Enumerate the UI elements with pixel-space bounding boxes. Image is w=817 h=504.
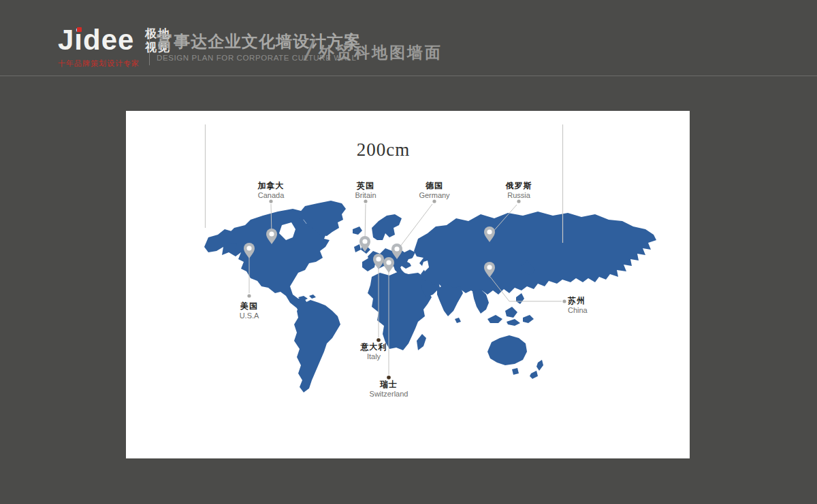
label-suzhou: 苏州 China xyxy=(568,297,588,315)
pin-russia xyxy=(484,226,495,242)
pin-canada xyxy=(266,229,277,244)
label-italy-cn: 意大利 xyxy=(361,343,387,352)
design-canvas: 200cm xyxy=(126,111,690,458)
title-slash-divider: / xyxy=(305,35,313,65)
label-switzerland-en: Switzerland xyxy=(370,390,408,399)
label-suzhou-en: China xyxy=(568,306,588,315)
label-usa-cn: 美国 xyxy=(240,302,259,311)
label-suzhou-cn: 苏州 xyxy=(568,297,588,305)
logo-tagline: 十年品牌策划设计专家 xyxy=(58,58,140,69)
label-britain: 英国 Britain xyxy=(355,182,376,200)
label-germany-en: Germany xyxy=(419,191,449,200)
label-russia: 俄罗斯 Russia xyxy=(506,182,532,200)
label-germany-cn: 德国 xyxy=(419,182,449,190)
label-britain-en: Britain xyxy=(355,191,376,200)
logo-red-dot-icon xyxy=(77,27,82,32)
label-switzerland-cn: 瑞士 xyxy=(370,380,408,389)
label-canada-cn: 加拿大 xyxy=(258,182,285,190)
label-canada: 加拿大 Canada xyxy=(258,182,285,200)
label-usa: 美国 U.S.A xyxy=(240,302,259,320)
header-separator-line xyxy=(149,33,150,65)
pin-switzerland xyxy=(373,254,384,269)
pin-italy xyxy=(383,257,394,273)
label-italy-en: Italy xyxy=(361,352,387,361)
pin-usa xyxy=(244,243,255,258)
pin-britain xyxy=(359,236,370,252)
section-title: 外贸科地图墙面 xyxy=(319,42,443,63)
label-usa-en: U.S.A xyxy=(240,312,259,320)
pin-suzhou xyxy=(484,262,495,278)
label-germany: 德国 Germany xyxy=(419,182,449,200)
page-header: Jidee 极地 视觉 十年品牌策划设计专家 富事达企业文化墙设计方案 DESI… xyxy=(0,0,817,76)
location-pins xyxy=(244,226,495,278)
connector-lines xyxy=(249,204,562,375)
map-annotations xyxy=(126,111,690,458)
label-russia-cn: 俄罗斯 xyxy=(506,182,532,190)
label-dots xyxy=(247,199,566,379)
label-russia-en: Russia xyxy=(506,191,532,200)
label-canada-en: Canada xyxy=(258,191,285,200)
label-switzerland: 瑞士 Switzerland xyxy=(370,380,408,399)
label-britain-cn: 英国 xyxy=(355,182,376,190)
logo-brand-text: Jidee xyxy=(58,26,134,54)
pin-germany xyxy=(391,243,402,259)
label-italy: 意大利 Italy xyxy=(361,343,387,361)
